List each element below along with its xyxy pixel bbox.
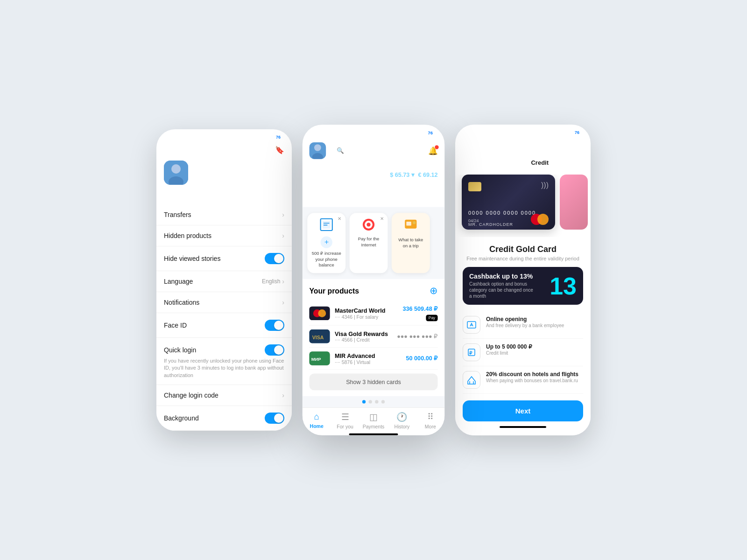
nav-payments[interactable]: ◫ Payments <box>359 412 388 429</box>
nav-history[interactable]: 🕐 History <box>388 412 416 429</box>
settings-label-stories: Hide viewed stories <box>164 255 220 262</box>
more-icon: ⠿ <box>427 412 434 422</box>
close-story-2[interactable]: ✕ <box>380 216 384 221</box>
apple-pay-badge: Pay <box>426 315 438 322</box>
svg-rect-23 <box>467 322 476 328</box>
feature-info-3: 20% discount on hotels and flights When … <box>486 371 583 383</box>
dot-2 <box>369 400 372 403</box>
story-card-1[interactable]: ✕ ＋ 500 ₽ increase your phone balance <box>307 213 345 273</box>
settings-item-background: Background <box>156 406 292 431</box>
bookmark-icon[interactable]: 🔖 <box>275 146 284 154</box>
contactless-icon: ))) <box>541 181 549 189</box>
time-3: 9:41 <box>465 129 476 136</box>
product-item-2[interactable]: VISA Visa Gold Rewards ···· 4566 | Credi… <box>309 326 437 348</box>
settings-label-faceid: Face ID <box>164 322 187 329</box>
notification-dot <box>435 145 438 149</box>
show-hidden-btn[interactable]: Show 3 hidden cards <box>309 374 437 391</box>
exchange-values: $ 65.73 ▾ € 69.12 <box>390 172 437 179</box>
wifi-icon-2: ▲ <box>419 130 424 136</box>
nav-home[interactable]: ⌂ Home <box>303 412 331 429</box>
product-item-3[interactable]: МИР MIR Advanced ···· 5876 | Virtual 50 … <box>309 348 437 370</box>
history-icon: 🕐 <box>396 412 407 422</box>
product-amount-1: 336 509.48 ₽ <box>403 306 438 313</box>
close-story-1[interactable]: ✕ <box>338 216 341 221</box>
search-placeholder: Search <box>347 147 366 154</box>
card-carousel: ))) 0000 0000 0000 0000 04/24 MR. CARDHO… <box>455 175 591 237</box>
back-arrow-1[interactable]: ← <box>164 145 172 155</box>
nav-label-more: More <box>425 424 436 430</box>
settings-item-notifications[interactable]: Notifications › <box>156 292 292 313</box>
story-card-2[interactable]: ✕ Pay for the Internet <box>350 213 388 273</box>
svg-text:VISA: VISA <box>312 335 324 340</box>
product-info-1: MasterCard World ···· 4346 | For salary <box>335 307 398 319</box>
next-button[interactable]: Next <box>463 400 583 421</box>
story-icon-2 <box>353 218 384 235</box>
mc-yellow-circle <box>537 214 549 225</box>
phones-container: 9:41 ▲ 76 ← 🔖 <box>156 125 591 435</box>
stories-row: ✕ ＋ 500 ₽ increase your phone balance <box>303 207 445 279</box>
card-chip <box>468 182 481 191</box>
product-item-1[interactable]: MasterCard World ···· 4346 | For salary … <box>309 301 437 325</box>
balance-row: Balance 436 509.48 ₽ Exchange rates $ 65… <box>309 165 437 183</box>
settings-label-notifications: Notifications <box>164 299 199 306</box>
nav-foryou[interactable]: ☰ For you <box>331 412 359 429</box>
settings-item-transfers[interactable]: Transfers › <box>156 204 292 225</box>
premium-badge: ✦ PREMIUM <box>194 175 228 182</box>
chevron-right-icon: › <box>282 211 284 218</box>
search-row: 🔍 Search 🔔 <box>303 140 445 165</box>
story-card-3[interactable]: What to take on a trip <box>392 213 430 273</box>
tab-favourites[interactable]: Favourites <box>309 195 339 207</box>
nav-label-history: History <box>395 424 410 430</box>
settings-label-background: Background <box>164 414 199 422</box>
card-thumb-3: МИР <box>309 351 330 365</box>
tab-benefits[interactable]: Benefits <box>224 194 244 203</box>
toggle-stories[interactable] <box>265 253 284 264</box>
tab-main-info[interactable]: Main info <box>164 194 187 203</box>
back-btn-3[interactable]: ← <box>462 140 469 149</box>
settings-label-quicklogin: Quick login <box>164 346 196 354</box>
svg-text:₽: ₽ <box>469 350 472 356</box>
settings-item-hidden[interactable]: Hidden products › <box>156 225 292 246</box>
notification-bell[interactable]: 🔔 <box>428 146 438 155</box>
tab-recommendations[interactable]: Recommendations <box>347 195 396 206</box>
settings-item-logincode[interactable]: Change login code › <box>156 385 292 406</box>
settings-item-language[interactable]: Language English › <box>156 271 292 292</box>
toggle-background[interactable] <box>265 413 284 424</box>
usd-rate: $ 65.73 ▾ <box>390 172 414 179</box>
status-bar-1: 9:41 ▲ 76 <box>156 129 292 143</box>
settings-list: Transfers › Hidden products › Hide viewe… <box>156 204 292 431</box>
tab-settings[interactable]: Settings <box>194 194 216 203</box>
cashback-box: Cashback up to 13% Cashback option and b… <box>463 267 583 305</box>
chevron-right-icon-2: › <box>282 232 284 239</box>
cashback-desc: Cashback option and bonus category can b… <box>469 281 535 299</box>
balance-label: Balance <box>309 165 373 171</box>
toggle-faceid[interactable] <box>265 320 284 331</box>
story-add-btn[interactable]: ＋ <box>321 237 332 248</box>
home-indicator-3 <box>500 426 546 428</box>
chevron-right-icon-3: › <box>282 278 284 285</box>
quick-login-row: Quick login <box>156 338 292 357</box>
home-indicator-2 <box>349 434 398 435</box>
cashback-number: 13 <box>550 274 577 298</box>
user-avatar-small[interactable] <box>309 142 326 159</box>
wifi-icon: ▲ <box>268 134 272 140</box>
feature-online-opening: Online opening And free delivery by a ba… <box>463 311 583 339</box>
language-value: English <box>262 278 280 285</box>
cashback-left: Cashback up to 13% Cashback option and b… <box>469 273 535 299</box>
profile-name: Alexey Krasilnikov <box>194 163 260 172</box>
toggle-quicklogin[interactable] <box>265 344 284 356</box>
tab-credit[interactable]: Credit <box>521 156 558 169</box>
profile-section: Alexey Krasilnikov ✦ PREMIUM <box>156 161 292 190</box>
nav-label-payments: Payments <box>363 424 385 430</box>
main-card-display: ))) 0000 0000 0000 0000 04/24 MR. CARDHO… <box>462 175 555 230</box>
tab-templates[interactable]: Templates <box>404 195 430 206</box>
nav-more[interactable]: ⠿ More <box>416 412 444 429</box>
dot-3 <box>375 400 378 403</box>
search-bar[interactable]: 🔍 Search <box>331 144 423 157</box>
product-meta-1: ···· 4346 | For salary <box>335 314 398 320</box>
add-product-icon[interactable]: ⊕ <box>430 285 438 297</box>
dot-1 <box>362 400 366 403</box>
settings-item-stories: Hide viewed stories <box>156 246 292 271</box>
tabs-row-2: Favourites Recommendations Templates <box>303 190 445 207</box>
tab-debit[interactable]: Debit <box>488 156 522 169</box>
